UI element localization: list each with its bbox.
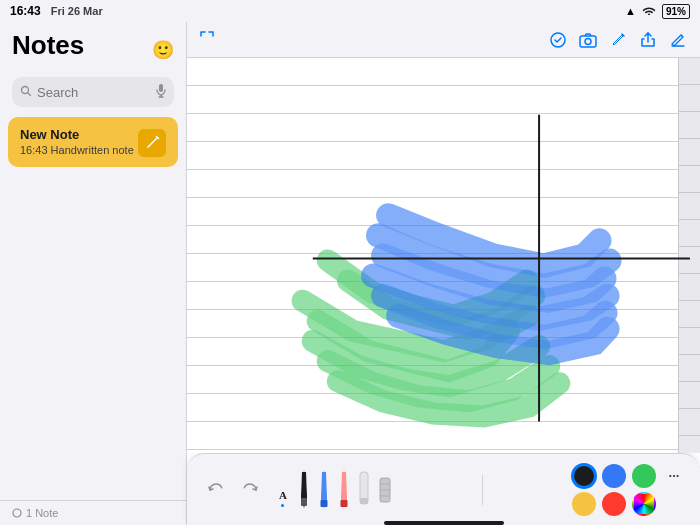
markup-icon[interactable] xyxy=(608,30,628,50)
search-input[interactable] xyxy=(37,85,151,100)
svg-point-6 xyxy=(13,509,21,517)
color-blue[interactable] xyxy=(602,464,626,488)
color-red[interactable] xyxy=(602,492,626,516)
battery-icon: 91% xyxy=(662,4,690,19)
color-row-2 xyxy=(572,492,686,516)
svg-marker-21 xyxy=(341,472,347,500)
drawing-canvas xyxy=(187,58,700,453)
note-item-subtitle: 16:43 Handwritten note xyxy=(20,144,138,156)
tool-ruler[interactable] xyxy=(377,470,393,510)
svg-rect-8 xyxy=(580,36,596,47)
search-bar[interactable] xyxy=(12,77,174,107)
svg-rect-23 xyxy=(360,498,368,504)
more-colors-button[interactable]: ··· xyxy=(662,464,686,488)
sidebar-footer: 1 Note xyxy=(0,500,186,525)
svg-rect-3 xyxy=(159,84,163,92)
mic-icon[interactable] xyxy=(156,84,166,101)
svg-point-9 xyxy=(585,38,591,44)
notes-list: New Note 16:43 Handwritten note xyxy=(0,113,186,500)
svg-rect-20 xyxy=(340,500,347,507)
svg-rect-14 xyxy=(301,498,307,506)
expand-icon[interactable] xyxy=(199,30,215,49)
svg-point-0 xyxy=(648,14,650,16)
notes-title: Notes xyxy=(12,30,84,61)
undo-redo xyxy=(201,475,265,505)
color-multicolor[interactable] xyxy=(632,492,656,516)
emoji-button[interactable]: 🙂 xyxy=(152,39,174,61)
camera-icon[interactable] xyxy=(578,30,598,50)
status-bar: 16:43 Fri 26 Mar ▲ 91% xyxy=(0,0,700,22)
wifi-signal-icon xyxy=(642,5,656,17)
note-editor: A xyxy=(187,22,700,525)
tool-eraser[interactable] xyxy=(357,470,371,510)
checkmark-icon[interactable] xyxy=(548,30,568,50)
status-right: ▲ 91% xyxy=(625,4,690,19)
separator xyxy=(482,475,483,505)
note-item-title: New Note xyxy=(20,127,138,142)
drawing-area[interactable] xyxy=(187,58,700,453)
sidebar-header: Notes 🙂 xyxy=(0,22,186,113)
drawing-toolbar: A xyxy=(187,453,700,525)
undo-button[interactable] xyxy=(201,475,231,505)
color-row-1: ··· xyxy=(572,464,686,488)
note-item[interactable]: New Note 16:43 Handwritten note xyxy=(8,117,178,167)
drawing-colors: ··· xyxy=(572,464,686,516)
tool-marker-red[interactable] xyxy=(337,470,351,510)
tool-pencil-a[interactable]: A xyxy=(279,473,287,507)
search-icon xyxy=(20,85,32,100)
svg-line-2 xyxy=(28,92,31,95)
share-icon[interactable] xyxy=(638,30,658,50)
svg-marker-18 xyxy=(321,472,327,500)
editor-toolbar-top xyxy=(187,22,700,58)
color-green[interactable] xyxy=(632,464,656,488)
color-yellow[interactable] xyxy=(572,492,596,516)
tool-pen[interactable] xyxy=(297,470,311,510)
note-item-icon xyxy=(138,129,166,157)
status-day: Fri 26 Mar xyxy=(51,5,103,17)
wifi-icon: ▲ xyxy=(625,5,636,17)
toolbar-right xyxy=(548,30,688,50)
sidebar: Notes 🙂 xyxy=(0,22,187,525)
note-item-content: New Note 16:43 Handwritten note xyxy=(20,127,138,156)
color-black[interactable] xyxy=(572,464,596,488)
svg-rect-17 xyxy=(320,500,327,507)
main-content: Notes 🙂 xyxy=(0,22,700,525)
tool-marker-blue[interactable] xyxy=(317,470,331,510)
notes-count: 1 Note xyxy=(26,507,58,519)
svg-marker-15 xyxy=(301,472,307,498)
status-left: 16:43 Fri 26 Mar xyxy=(10,4,103,18)
compose-icon[interactable] xyxy=(668,30,688,50)
status-time: 16:43 xyxy=(10,4,41,18)
redo-button[interactable] xyxy=(235,475,265,505)
drawing-tools-left: A xyxy=(201,470,393,510)
home-indicator xyxy=(384,521,504,525)
toolbar-left xyxy=(199,30,215,49)
